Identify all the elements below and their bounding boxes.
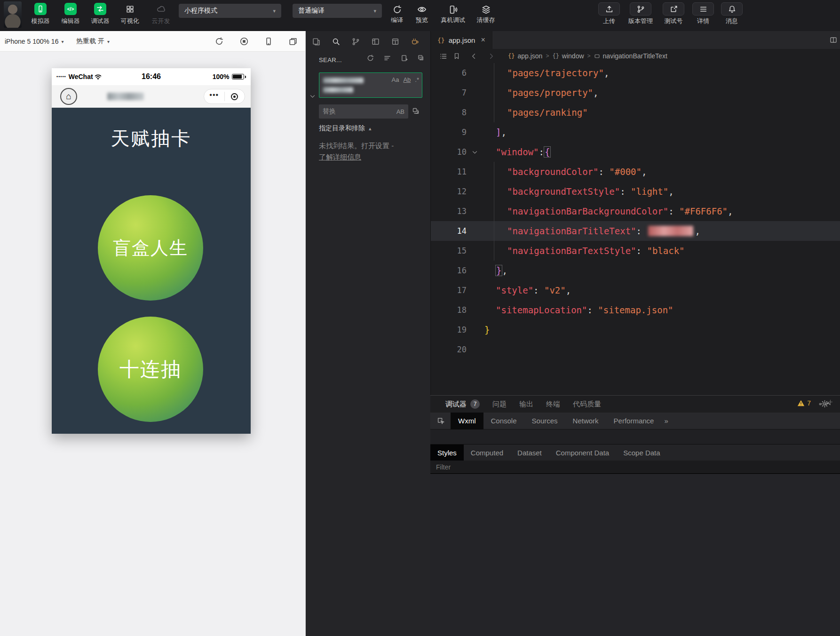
compile-mode-dropdown[interactable]: 普通编译 ▾ — [293, 4, 382, 18]
tab-styles[interactable]: Styles — [430, 445, 464, 461]
more-menu-button[interactable]: ••• — [204, 95, 224, 98]
search-input[interactable]: Aa Ab .* — [319, 72, 422, 98]
compile-button[interactable]: 编译 — [384, 4, 410, 24]
clear-results-icon[interactable] — [384, 55, 391, 62]
cloud-icon — [155, 3, 167, 15]
toolbar-button-visual[interactable]: 可视化 — [115, 3, 145, 25]
refresh-icon[interactable] — [215, 37, 223, 46]
code-line[interactable]: 14"navigationBarTitleText": , — [431, 221, 840, 241]
signal-dots-icon: ••••• — [56, 74, 66, 79]
details-button[interactable]: 详情 — [688, 2, 718, 25]
code-line[interactable]: 12"backgroundTextStyle": "light", — [431, 182, 840, 201]
breadcrumb-node[interactable]: window — [562, 52, 584, 60]
code-line[interactable]: 11"backgroundColor": "#000", — [431, 162, 840, 182]
tab-component-data[interactable]: Component Data — [549, 445, 616, 461]
more-tabs-icon[interactable]: » — [664, 417, 668, 425]
close-icon[interactable]: × — [481, 36, 485, 44]
search-icon[interactable] — [332, 38, 340, 46]
bookmark-icon[interactable] — [453, 53, 460, 59]
tab-problems[interactable]: 问题 — [492, 400, 507, 409]
code-line[interactable]: 18"sitemapLocation": "sitemap.json" — [431, 300, 840, 320]
devtools-tab-sources[interactable]: Sources — [524, 413, 565, 429]
home-button[interactable]: ⌂ — [60, 88, 77, 105]
devtools-tab-network[interactable]: Network — [565, 413, 606, 429]
code-line[interactable]: 6"pages/trajectory", — [431, 63, 840, 83]
collapse-all-icon[interactable] — [418, 55, 425, 62]
user-avatar[interactable] — [4, 1, 22, 28]
preserve-case-icon[interactable]: AB — [396, 108, 404, 115]
clear-cache-button[interactable]: 清缓存 — [472, 4, 500, 24]
source-control-icon[interactable] — [352, 38, 360, 46]
code-line[interactable]: 13"navigationBarBackgroundColor": "#F6F6… — [431, 201, 840, 221]
test-account-button[interactable]: 测试号 — [658, 2, 689, 25]
mode-dropdown[interactable]: 小程序模式 ▾ — [179, 4, 281, 18]
phone-mode-icon[interactable] — [264, 37, 273, 46]
tab-dataset[interactable]: Dataset — [510, 445, 549, 461]
replace-input[interactable]: 替换 AB — [319, 104, 408, 119]
code-line[interactable]: 9], — [431, 122, 840, 142]
tab-app-json[interactable]: {} app.json × — [431, 31, 492, 49]
toolbar-button-cloud[interactable]: 云开发 — [146, 3, 176, 25]
match-case-icon[interactable]: Aa — [392, 76, 399, 83]
devtools-tab-performance[interactable]: Performance — [606, 413, 662, 429]
code-line[interactable]: 10"window":{ — [431, 142, 840, 162]
message-button[interactable]: 消息 — [717, 2, 747, 25]
tab-code-quality[interactable]: 代码质量 — [573, 400, 601, 409]
package-icon[interactable] — [391, 38, 399, 46]
files-icon[interactable] — [312, 38, 320, 46]
minimize-button[interactable] — [225, 93, 245, 100]
replace-all-icon[interactable] — [412, 107, 420, 115]
refresh-icon[interactable] — [367, 55, 374, 62]
breadcrumb-leaf[interactable]: navigationBarTitleText — [603, 52, 667, 60]
navigate-back-icon[interactable] — [470, 53, 477, 60]
elements-toolbar-strip — [430, 429, 840, 445]
code-line[interactable]: 16}, — [431, 261, 840, 280]
inspect-element-icon[interactable] — [437, 417, 445, 425]
breadcrumb-file[interactable]: app.json — [517, 52, 542, 60]
code-line[interactable]: 19} — [431, 320, 840, 340]
toggle-replace-chevron-icon[interactable] — [309, 93, 316, 99]
hot-reload-selector[interactable]: 热重载 开 ▾ — [76, 31, 110, 52]
code-line[interactable]: 7"pages/property", — [431, 83, 840, 103]
outline-icon[interactable] — [440, 53, 447, 60]
toolbar-button-editor[interactable]: </> 编辑器 — [55, 3, 86, 25]
toolbar-button-debugger[interactable]: 调试器 — [85, 3, 115, 25]
tab-scope-data[interactable]: Scope Data — [616, 445, 667, 461]
warning-counter[interactable]: 7 — [797, 399, 811, 407]
devtools-tab-console[interactable]: Console — [483, 413, 524, 429]
split-editor-icon[interactable] — [830, 36, 837, 44]
device-debug-button[interactable]: 真机调试 — [436, 4, 470, 24]
devtools-tab-wxml[interactable]: Wxml — [451, 413, 483, 429]
code-line[interactable]: 8"pages/ranking" — [431, 103, 840, 122]
compile-icon — [384, 4, 410, 15]
regex-icon[interactable]: .* — [415, 76, 419, 83]
toggle-element-state-icon[interactable] — [819, 399, 822, 407]
toolbar-button-simulator[interactable]: 模拟器 — [25, 3, 55, 25]
upload-button[interactable]: 上传 — [594, 2, 624, 25]
battery-cap-icon — [245, 76, 246, 78]
coffee-icon[interactable] — [411, 38, 419, 46]
multi-window-icon[interactable] — [289, 37, 297, 46]
tab-output[interactable]: 输出 — [519, 400, 533, 409]
tab-terminal[interactable]: 终端 — [546, 400, 560, 409]
preview-button[interactable]: 预览 — [409, 4, 435, 24]
tab-debugger[interactable]: 调试器 7 — [445, 399, 480, 409]
learn-more-link[interactable]: 了解详细信息 — [319, 151, 419, 163]
blind-box-button[interactable]: 盲盒人生 — [98, 195, 203, 301]
stop-record-icon[interactable] — [240, 37, 248, 47]
code-line[interactable]: 17"style": "v2", — [431, 280, 840, 300]
files-include-toggle[interactable]: 指定目录和排除 ▴ — [319, 124, 371, 133]
open-search-editor-icon[interactable] — [401, 55, 408, 62]
ten-draw-button[interactable]: 十连抽 — [98, 317, 203, 422]
whole-word-icon[interactable]: Ab — [403, 76, 411, 83]
version-control-button[interactable]: 版本管理 — [626, 2, 656, 25]
navigate-forward-icon[interactable] — [488, 53, 495, 60]
code-line[interactable]: 15"navigationBarTextStyle": "black" — [431, 241, 840, 261]
styles-filter-input[interactable]: Filter — [430, 461, 840, 474]
tab-computed[interactable]: Computed — [464, 445, 510, 461]
code-line[interactable]: 20 — [431, 340, 840, 359]
styles-tab-bar: Styles Computed Dataset Component Data S… — [430, 445, 840, 461]
layout-icon[interactable] — [372, 38, 380, 46]
device-selector[interactable]: iPhone 5 100% 16 ▾ — [5, 31, 63, 52]
new-style-rule-icon[interactable] — [827, 399, 833, 407]
